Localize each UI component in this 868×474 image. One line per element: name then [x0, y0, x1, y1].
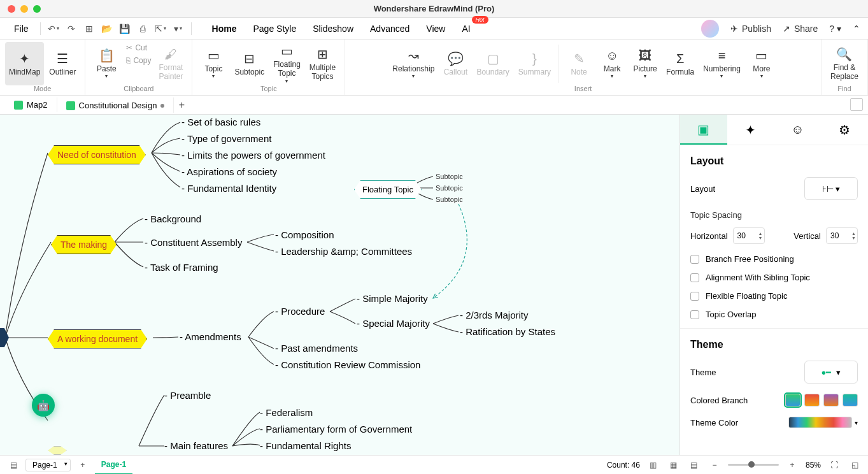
share-button[interactable]: ↗ Share — [783, 24, 818, 34]
node-making[interactable]: The making — [51, 235, 117, 254]
layout-selector[interactable]: ⊦⊢ ▾ — [804, 177, 858, 200]
node-text[interactable]: - Fundamental Identity — [181, 183, 276, 194]
node-text[interactable]: - Fundamental Rights — [260, 440, 351, 451]
cut-button[interactable]: ✂ Cut — [124, 42, 153, 54]
node-text[interactable]: - Federalism — [260, 407, 313, 418]
user-avatar[interactable] — [701, 20, 719, 38]
node-text[interactable]: - Past amendments — [275, 343, 358, 354]
tab-home[interactable]: Home — [210, 20, 239, 38]
node-text[interactable]: - Procedure — [275, 306, 325, 317]
theme-color-picker[interactable] — [788, 417, 852, 428]
sp-tab-settings[interactable]: ⚙ — [821, 115, 868, 145]
align-sibling-checkbox[interactable] — [690, 273, 699, 282]
node-text[interactable]: - Ratification by States — [460, 326, 555, 337]
node-features-partial[interactable] — [48, 446, 67, 455]
node-text[interactable]: - Type of government — [181, 133, 271, 144]
page-selector[interactable]: Page-1 — [25, 459, 71, 471]
mark-button[interactable]: ☺Mark — [596, 42, 628, 85]
topic-button[interactable]: ▭Topic — [197, 42, 229, 85]
close-window-button[interactable] — [8, 5, 15, 13]
callout-button[interactable]: 💬Callout — [439, 42, 471, 85]
view-mode-2[interactable]: ▦ — [667, 458, 681, 472]
print-button[interactable]: ⎙ — [135, 21, 150, 36]
find-replace-button[interactable]: 🔍Find & Replace — [827, 42, 862, 85]
publish-button[interactable]: ✈ Publish — [730, 24, 771, 34]
tab-view[interactable]: View — [423, 20, 448, 38]
add-page-button[interactable]: + — [76, 458, 90, 472]
maximize-window-button[interactable] — [33, 5, 41, 13]
page-tab-1[interactable]: Page-1 — [95, 456, 132, 475]
node-text[interactable]: - Simple Majority — [357, 293, 428, 304]
node-text[interactable]: Subtopic — [436, 173, 463, 180]
node-text[interactable]: - Leadership &amp; Committees — [275, 246, 412, 257]
picture-button[interactable]: 🖼Picture — [629, 42, 661, 85]
node-text[interactable]: - Composition — [275, 229, 334, 240]
outliner-mode-button[interactable]: ☰Outliner — [45, 42, 80, 85]
vertical-input[interactable]: 30▲▼ — [826, 227, 858, 244]
view-mode-3[interactable]: ▤ — [687, 458, 701, 472]
copy-button[interactable]: ⎘ Copy — [124, 55, 153, 66]
flex-float-checkbox[interactable] — [690, 292, 699, 301]
node-text[interactable]: - Limits the powers of government — [181, 150, 325, 161]
node-text[interactable]: - Constituent Assembly — [145, 237, 242, 248]
node-text[interactable]: - Constitution Review Commission — [275, 359, 420, 370]
zoom-slider[interactable] — [728, 464, 779, 466]
node-text[interactable]: - Set of basic rules — [181, 117, 260, 127]
node-text[interactable]: - Amendments — [180, 331, 241, 342]
fit-button[interactable]: ◱ — [848, 458, 862, 472]
theme-selector[interactable]: ●━ ▾ — [804, 361, 858, 384]
page-list-button[interactable]: ▤ — [6, 458, 20, 472]
tab-page-style[interactable]: Page Style — [250, 20, 299, 38]
node-need[interactable]: Need of constitution — [48, 145, 146, 164]
numbering-button[interactable]: ≡Numbering — [699, 42, 744, 85]
export-button[interactable]: ⇱ — [153, 21, 168, 36]
relationship-button[interactable]: ↝Relationship — [388, 42, 438, 85]
tab-ai[interactable]: AI Hot — [459, 20, 473, 38]
tab-advanced[interactable]: Advanced — [367, 20, 412, 38]
redo-button[interactable]: ↷ — [64, 21, 79, 36]
swatch-1[interactable] — [785, 394, 800, 406]
node-text[interactable]: - Aspirations of society — [181, 166, 277, 177]
add-tab-button[interactable]: + — [174, 99, 189, 111]
mindmap-mode-button[interactable]: ✦MindMap — [5, 42, 44, 85]
open-button[interactable]: 📂 — [99, 21, 115, 36]
branch-free-checkbox[interactable] — [690, 255, 699, 264]
ai-assistant-button[interactable]: 🤖 — [32, 394, 55, 417]
save-button[interactable]: 💾 — [117, 21, 132, 36]
tab-slideshow[interactable]: Slideshow — [310, 20, 356, 38]
more-quick-button[interactable]: ▾ — [171, 21, 186, 36]
collapse-ribbon-button[interactable]: ⌃ — [853, 24, 860, 34]
floating-topic-node[interactable]: Floating Topic — [354, 180, 422, 199]
doc-tab-map2[interactable]: Map2 — [5, 97, 57, 112]
view-mode-1[interactable]: ▥ — [646, 458, 660, 472]
node-text[interactable]: - 2/3rds Majority — [460, 310, 529, 320]
sp-tab-layout[interactable]: ▣ — [680, 115, 727, 145]
formula-button[interactable]: ΣFormula — [662, 42, 698, 85]
side-panel-toggle[interactable] — [850, 98, 863, 111]
zoom-out-button[interactable]: − — [708, 458, 722, 472]
overlap-checkbox[interactable] — [690, 310, 699, 319]
canvas[interactable]: Need of constitution - Set of basic rule… — [0, 115, 679, 455]
node-text[interactable]: - Task of Framing — [145, 262, 218, 273]
subtopic-button[interactable]: ⊟Subtopic — [231, 42, 268, 85]
horizontal-input[interactable]: 30▲▼ — [733, 227, 765, 244]
boundary-button[interactable]: ▢Boundary — [473, 42, 513, 85]
node-text[interactable]: - Special Majority — [357, 318, 430, 329]
more-insert-button[interactable]: ▭More — [746, 42, 778, 85]
help-button[interactable]: ? ▾ — [829, 24, 841, 34]
file-menu[interactable]: File — [8, 21, 35, 36]
fullscreen-button[interactable]: ⛶ — [827, 458, 841, 472]
sp-tab-style[interactable]: ✦ — [727, 115, 774, 145]
node-text[interactable]: - Main features — [164, 440, 228, 451]
node-text[interactable]: - Parliamentary form of Government — [260, 424, 412, 434]
sp-tab-icons[interactable]: ☺ — [774, 115, 822, 145]
floating-topic-button[interactable]: ▭Floating Topic — [269, 42, 304, 85]
node-text[interactable]: Subtopic — [436, 184, 463, 192]
new-button[interactable]: ⊞ — [82, 21, 97, 36]
minimize-window-button[interactable] — [20, 5, 28, 13]
node-text[interactable]: Subtopic — [436, 196, 463, 203]
format-painter-button[interactable]: 🖌Format Painter — [155, 42, 187, 85]
doc-tab-constitutional[interactable]: Constitutional Design — [57, 97, 174, 113]
paste-button[interactable]: 📋Paste — [90, 42, 122, 85]
zoom-in-button[interactable]: + — [785, 458, 799, 472]
